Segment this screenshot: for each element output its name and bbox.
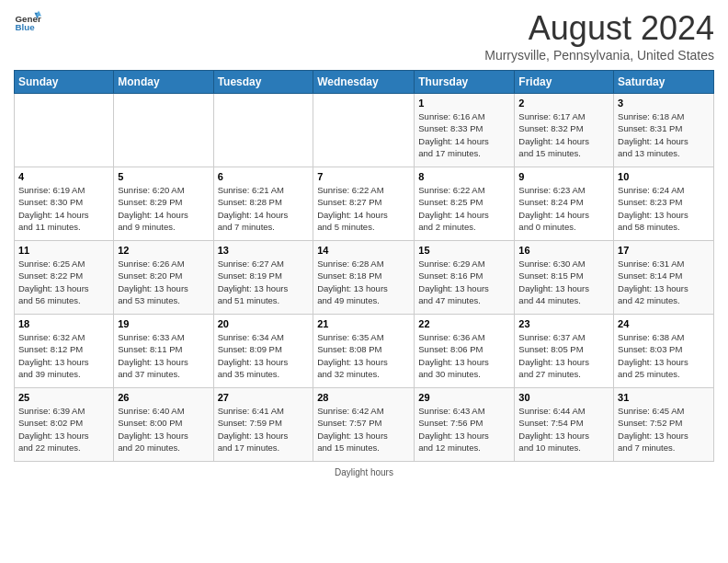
day-number: 29 [418, 392, 510, 403]
day-of-week-header: Thursday [415, 71, 515, 94]
day-number: 17 [618, 245, 710, 256]
calendar-cell: 29Sunrise: 6:43 AM Sunset: 7:56 PM Dayli… [415, 388, 515, 462]
calendar-cell: 4Sunrise: 6:19 AM Sunset: 8:30 PM Daylig… [15, 167, 114, 241]
calendar-cell [313, 94, 415, 167]
calendar-cell: 16Sunrise: 6:30 AM Sunset: 8:15 PM Dayli… [515, 241, 614, 315]
calendar-cell: 2Sunrise: 6:17 AM Sunset: 8:32 PM Daylig… [515, 94, 614, 167]
day-number: 6 [218, 171, 310, 182]
day-number: 7 [317, 171, 410, 182]
day-number: 12 [118, 245, 209, 256]
calendar-cell [213, 94, 313, 167]
page-header: General Blue August 2024 Murrysville, Pe… [14, 9, 714, 63]
day-number: 8 [418, 171, 510, 182]
calendar-cell: 18Sunrise: 6:32 AM Sunset: 8:12 PM Dayli… [15, 315, 114, 388]
day-number: 9 [518, 171, 609, 182]
day-number: 16 [518, 245, 609, 256]
day-number: 18 [18, 318, 109, 329]
day-number: 15 [418, 245, 510, 256]
calendar-week-row: 18Sunrise: 6:32 AM Sunset: 8:12 PM Dayli… [15, 315, 714, 388]
day-info: Sunrise: 6:19 AM Sunset: 8:30 PM Dayligh… [18, 184, 109, 233]
day-of-week-header: Sunday [15, 71, 114, 94]
calendar-cell: 3Sunrise: 6:18 AM Sunset: 8:31 PM Daylig… [614, 94, 714, 167]
day-info: Sunrise: 6:16 AM Sunset: 8:33 PM Dayligh… [418, 110, 510, 159]
day-info: Sunrise: 6:44 AM Sunset: 7:54 PM Dayligh… [518, 405, 609, 454]
calendar-cell: 27Sunrise: 6:41 AM Sunset: 7:59 PM Dayli… [213, 388, 313, 462]
calendar-cell [114, 94, 213, 167]
day-info: Sunrise: 6:37 AM Sunset: 8:05 PM Dayligh… [518, 331, 609, 380]
day-number: 25 [18, 392, 109, 403]
day-info: Sunrise: 6:23 AM Sunset: 8:24 PM Dayligh… [518, 184, 609, 233]
calendar-cell: 10Sunrise: 6:24 AM Sunset: 8:23 PM Dayli… [614, 167, 714, 241]
footer: Daylight hours [14, 467, 714, 477]
calendar-cell: 9Sunrise: 6:23 AM Sunset: 8:24 PM Daylig… [515, 167, 614, 241]
calendar-body: 1Sunrise: 6:16 AM Sunset: 8:33 PM Daylig… [15, 94, 714, 462]
day-info: Sunrise: 6:18 AM Sunset: 8:31 PM Dayligh… [618, 110, 710, 159]
day-info: Sunrise: 6:34 AM Sunset: 8:09 PM Dayligh… [218, 331, 310, 380]
day-info: Sunrise: 6:31 AM Sunset: 8:14 PM Dayligh… [618, 258, 710, 306]
day-info: Sunrise: 6:29 AM Sunset: 8:16 PM Dayligh… [418, 258, 510, 306]
day-of-week-header: Monday [114, 71, 213, 94]
day-number: 30 [518, 392, 609, 403]
calendar-cell: 8Sunrise: 6:22 AM Sunset: 8:25 PM Daylig… [415, 167, 515, 241]
day-info: Sunrise: 6:20 AM Sunset: 8:29 PM Dayligh… [118, 184, 209, 233]
calendar-week-row: 25Sunrise: 6:39 AM Sunset: 8:02 PM Dayli… [15, 388, 714, 462]
calendar-table: SundayMondayTuesdayWednesdayThursdayFrid… [14, 70, 714, 462]
calendar-cell: 14Sunrise: 6:28 AM Sunset: 8:18 PM Dayli… [313, 241, 415, 315]
day-number: 28 [317, 392, 410, 403]
day-info: Sunrise: 6:22 AM Sunset: 8:27 PM Dayligh… [317, 184, 410, 233]
day-info: Sunrise: 6:30 AM Sunset: 8:15 PM Dayligh… [518, 258, 609, 306]
location-subtitle: Murrysville, Pennsylvania, United States [484, 48, 714, 63]
logo-icon: General Blue [14, 9, 41, 37]
day-number: 22 [418, 318, 510, 329]
day-info: Sunrise: 6:24 AM Sunset: 8:23 PM Dayligh… [618, 184, 710, 233]
day-number: 11 [18, 245, 109, 256]
day-number: 31 [618, 392, 710, 403]
svg-text:Blue: Blue [16, 22, 36, 32]
day-of-week-header: Tuesday [213, 71, 313, 94]
day-info: Sunrise: 6:21 AM Sunset: 8:28 PM Dayligh… [218, 184, 310, 233]
calendar-cell [15, 94, 114, 167]
calendar-cell: 19Sunrise: 6:33 AM Sunset: 8:11 PM Dayli… [114, 315, 213, 388]
calendar-cell: 6Sunrise: 6:21 AM Sunset: 8:28 PM Daylig… [213, 167, 313, 241]
calendar-week-row: 4Sunrise: 6:19 AM Sunset: 8:30 PM Daylig… [15, 167, 714, 241]
day-number: 23 [518, 318, 609, 329]
day-info: Sunrise: 6:28 AM Sunset: 8:18 PM Dayligh… [317, 258, 410, 306]
calendar-week-row: 11Sunrise: 6:25 AM Sunset: 8:22 PM Dayli… [15, 241, 714, 315]
day-of-week-header: Wednesday [313, 71, 415, 94]
calendar-cell: 25Sunrise: 6:39 AM Sunset: 8:02 PM Dayli… [15, 388, 114, 462]
day-info: Sunrise: 6:26 AM Sunset: 8:20 PM Dayligh… [118, 258, 209, 306]
day-of-week-header: Saturday [614, 71, 714, 94]
calendar-cell: 22Sunrise: 6:36 AM Sunset: 8:06 PM Dayli… [415, 315, 515, 388]
calendar-cell: 30Sunrise: 6:44 AM Sunset: 7:54 PM Dayli… [515, 388, 614, 462]
day-number: 24 [618, 318, 710, 329]
calendar-cell: 5Sunrise: 6:20 AM Sunset: 8:29 PM Daylig… [114, 167, 213, 241]
daylight-label: Daylight hours [335, 467, 393, 477]
day-number: 4 [18, 171, 109, 182]
day-info: Sunrise: 6:38 AM Sunset: 8:03 PM Dayligh… [618, 331, 710, 380]
day-number: 26 [118, 392, 209, 403]
day-of-week-header: Friday [515, 71, 614, 94]
day-info: Sunrise: 6:39 AM Sunset: 8:02 PM Dayligh… [18, 405, 109, 454]
day-info: Sunrise: 6:17 AM Sunset: 8:32 PM Dayligh… [518, 110, 609, 159]
calendar-cell: 23Sunrise: 6:37 AM Sunset: 8:05 PM Dayli… [515, 315, 614, 388]
calendar-cell: 24Sunrise: 6:38 AM Sunset: 8:03 PM Dayli… [614, 315, 714, 388]
month-year-title: August 2024 [484, 9, 714, 48]
calendar-cell: 26Sunrise: 6:40 AM Sunset: 8:00 PM Dayli… [114, 388, 213, 462]
day-number: 1 [418, 98, 510, 109]
day-info: Sunrise: 6:25 AM Sunset: 8:22 PM Dayligh… [18, 258, 109, 306]
day-info: Sunrise: 6:42 AM Sunset: 7:57 PM Dayligh… [317, 405, 410, 454]
day-info: Sunrise: 6:41 AM Sunset: 7:59 PM Dayligh… [218, 405, 310, 454]
day-number: 5 [118, 171, 209, 182]
calendar-cell: 17Sunrise: 6:31 AM Sunset: 8:14 PM Dayli… [614, 241, 714, 315]
calendar-cell: 13Sunrise: 6:27 AM Sunset: 8:19 PM Dayli… [213, 241, 313, 315]
calendar-week-row: 1Sunrise: 6:16 AM Sunset: 8:33 PM Daylig… [15, 94, 714, 167]
day-number: 19 [118, 318, 209, 329]
day-number: 14 [317, 245, 410, 256]
day-number: 3 [618, 98, 710, 109]
logo: General Blue [14, 9, 41, 37]
day-info: Sunrise: 6:35 AM Sunset: 8:08 PM Dayligh… [317, 331, 410, 380]
calendar-header: SundayMondayTuesdayWednesdayThursdayFrid… [15, 71, 714, 94]
day-info: Sunrise: 6:22 AM Sunset: 8:25 PM Dayligh… [418, 184, 510, 233]
day-info: Sunrise: 6:43 AM Sunset: 7:56 PM Dayligh… [418, 405, 510, 454]
day-info: Sunrise: 6:32 AM Sunset: 8:12 PM Dayligh… [18, 331, 109, 380]
